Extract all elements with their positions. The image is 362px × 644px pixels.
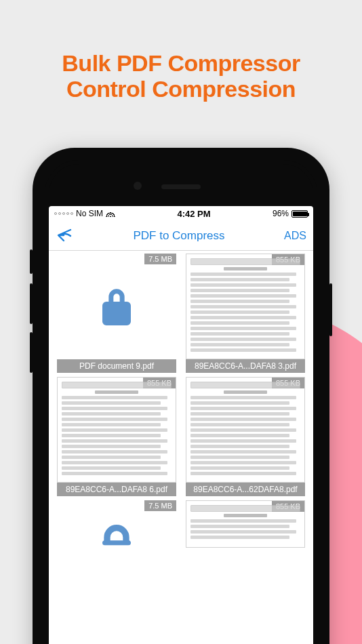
back-arrow-icon [56,226,73,243]
ios-status-bar: No SIM 4:42 PM 96% [49,206,313,221]
back-button[interactable] [56,226,83,245]
promo-headline-line2: Control Compression [66,76,296,102]
promo-headline: Bulk PDF Compressor Control Compression [0,50,362,102]
file-grid: 7.5 MB PDF document 9.pdf 855 KB [49,251,313,644]
lock-icon [98,283,136,329]
signal-dots-icon [54,212,73,215]
pdf-thumbnail: 855 KB [186,254,305,359]
file-name-label: PDF document 9.pdf [57,359,176,373]
page-title: PDF to Compress [83,229,275,243]
device-top-bezel [49,164,313,206]
file-tile[interactable]: 855 KB 89EA8CC6-A...DAFA8 6.pdf [57,377,176,496]
file-size-badge: 7.5 MB [144,500,176,511]
device-frame: No SIM 4:42 PM 96% [33,148,329,644]
file-tile[interactable]: 7.5 MB PDF document 9.pdf [57,254,176,373]
promo-headline-line1: Bulk PDF Compressor [62,50,300,76]
pdf-thumbnail: 855 KB [186,500,305,548]
pdf-thumbnail: 855 KB [57,377,176,483]
file-tile[interactable]: 855 KB 89EA8CC6-A...DAFA8 3.pdf [186,254,305,373]
lock-icon [98,502,136,548]
battery-pct-label: 96% [273,209,289,218]
file-tile[interactable]: 855 KB [186,500,305,548]
app-screen: No SIM 4:42 PM 96% [49,206,313,644]
battery-icon [291,210,308,218]
file-tile[interactable]: 855 KB 89EA8CC6-A...62DAFA8.pdf [186,377,305,496]
file-tile[interactable]: 7.5 MB [57,500,176,548]
file-name-label: 89EA8CC6-A...DAFA8 6.pdf [57,483,176,496]
wifi-icon [106,210,115,217]
pdf-thumbnail: 855 KB [186,377,305,483]
file-size-badge: 7.5 MB [144,254,176,264]
file-name-label: 89EA8CC6-A...62DAFA8.pdf [186,483,305,496]
ads-button[interactable]: ADS [275,230,306,242]
carrier-label: No SIM [76,209,103,218]
clock-label: 4:42 PM [115,209,273,219]
file-name-label: 89EA8CC6-A...DAFA8 3.pdf [186,359,305,373]
svg-rect-0 [102,540,131,545]
nav-bar: PDF to Compress ADS [49,221,313,251]
